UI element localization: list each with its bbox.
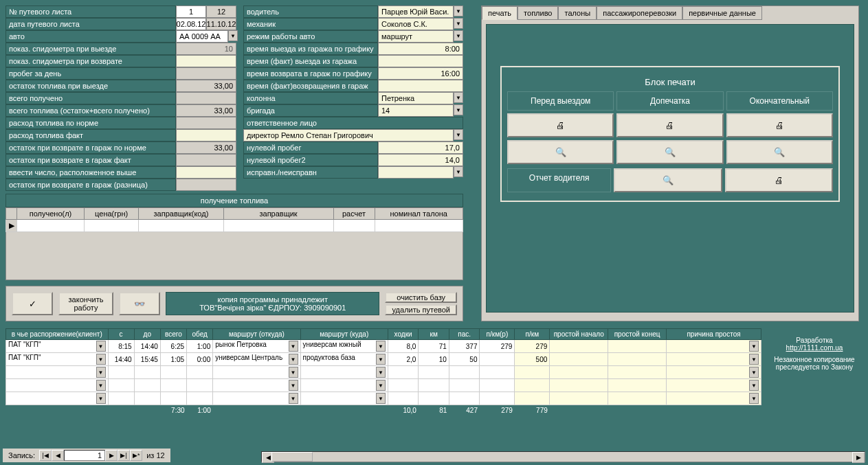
- search-icon: 🔍: [774, 147, 785, 157]
- bottom-row-1[interactable]: ПАТ "КГП"▼ 8:15 14:40 6:25 1:00 рынок Пе…: [6, 340, 761, 353]
- col-polucheno: получено(л): [17, 208, 85, 220]
- poluch: [176, 92, 236, 104]
- out-fact[interactable]: [378, 55, 463, 67]
- preview-btn-3[interactable]: 🔍: [726, 140, 833, 164]
- label-spido-in: показ. спидометра при возврате: [5, 55, 176, 67]
- report-preview-btn[interactable]: 🔍: [614, 168, 722, 192]
- scroll-right[interactable]: ▶: [852, 452, 865, 463]
- nav-new[interactable]: ▶*: [130, 450, 142, 461]
- chevron-down-icon[interactable]: ▼: [454, 104, 463, 115]
- fuel-row-empty[interactable]: ▶: [6, 220, 463, 232]
- chevron-down-icon[interactable]: ▼: [228, 30, 238, 41]
- print-btn-1[interactable]: 🖨: [507, 113, 614, 137]
- bh-pas: пас.: [449, 329, 480, 340]
- preview-btn-1[interactable]: 🔍: [507, 140, 614, 164]
- bh-to: до: [134, 329, 160, 340]
- right-tabs: печать топливо талоны пассажироперевозки…: [481, 5, 859, 321]
- vvesti[interactable]: [176, 166, 236, 179]
- label-ost-norma: остаток при возврате в гараж по норме: [5, 141, 176, 154]
- bh-from: с: [108, 329, 134, 340]
- nav-label: Запись:: [4, 451, 39, 460]
- delete-button[interactable]: удалить путевой: [385, 304, 457, 315]
- num2: 12: [206, 5, 236, 18]
- tab-content: Блок печати Перед выездом Допечатка Окон…: [486, 24, 854, 313]
- chevron-down-icon[interactable]: ▼: [454, 18, 463, 29]
- kolonna-combo[interactable]: Петренка: [378, 92, 454, 104]
- search-button[interactable]: 👓: [119, 292, 160, 315]
- mechanic-combo[interactable]: Соколов С.К.: [378, 18, 454, 30]
- report-print-btn[interactable]: 🖨: [725, 168, 833, 192]
- label-mode: режим работы авто: [243, 30, 378, 43]
- nav-first[interactable]: |◀: [39, 450, 52, 461]
- bh-pe: простой конец: [608, 329, 667, 340]
- auto-combo[interactable]: АА 0009 АА: [176, 30, 228, 43]
- nav-prev[interactable]: ◀: [52, 450, 64, 461]
- label-in-fact: время (факт)возвращения в гараж: [243, 80, 378, 92]
- bottom-row-empty3[interactable]: ▼ ▼ ▼ ▼: [6, 392, 761, 405]
- chevron-down-icon[interactable]: ▼: [454, 5, 463, 16]
- fakt[interactable]: [176, 129, 236, 141]
- driver-combo[interactable]: Парцев Юрій Васи.: [378, 5, 454, 18]
- in-fact[interactable]: [378, 80, 463, 92]
- credits-warn: Незаконное копирование преследуется по З…: [770, 356, 859, 371]
- tab-pass[interactable]: пассажироперевозки: [597, 6, 682, 20]
- mode-combo[interactable]: маршрут: [378, 30, 454, 43]
- clear-db-button[interactable]: очистить базу: [385, 292, 457, 303]
- label-nul1: нулевой пробег: [243, 141, 378, 154]
- chevron-down-icon[interactable]: ▼: [454, 129, 463, 140]
- norma: [176, 117, 236, 129]
- h-scrollbar[interactable]: ◀ ▶: [261, 451, 865, 462]
- fuel-out: 33,00: [176, 80, 236, 92]
- printer-icon: 🖨: [665, 120, 674, 131]
- print-h2: Допечатка: [616, 91, 723, 111]
- label-auto: авто: [5, 30, 176, 43]
- finish-button[interactable]: закончить работу: [58, 292, 113, 315]
- preview-btn-2[interactable]: 🔍: [616, 140, 723, 164]
- spido-in[interactable]: [176, 55, 236, 67]
- binoculars-icon: 👓: [134, 299, 145, 309]
- tab-print[interactable]: печать: [482, 6, 518, 20]
- bottom-row-2[interactable]: ПАТ "КГП"▼ 14:40 15:45 1:05 0:00 универс…: [6, 353, 761, 366]
- chevron-down-icon[interactable]: ▼: [454, 166, 463, 177]
- print-h1: Перед выездом: [507, 91, 614, 111]
- scroll-thumb[interactable]: [271, 452, 313, 462]
- bottom-row-empty[interactable]: ▼ ▼ ▼ ▼: [6, 366, 761, 379]
- credits-link[interactable]: http://1111.com.ua: [786, 344, 843, 352]
- nul2[interactable]: 14,0: [378, 154, 463, 166]
- num1[interactable]: 1: [176, 5, 206, 18]
- label-out-plan: время выезда из гаража по графику: [243, 43, 378, 55]
- label-nul2: нулевой пробег2: [243, 154, 378, 166]
- brigada-combo[interactable]: 14: [378, 104, 454, 117]
- label-total-fuel: всего топлива (остаток+всего получено): [5, 104, 176, 117]
- tab-primary[interactable]: первичные данные: [682, 6, 762, 20]
- out-plan[interactable]: 8:00: [378, 43, 463, 55]
- nav-current[interactable]: [64, 450, 105, 461]
- label-date: дата путевого листа: [5, 18, 176, 30]
- probeg: [176, 67, 236, 80]
- nav-last[interactable]: ▶|: [118, 450, 130, 461]
- confirm-button[interactable]: ✓: [12, 292, 53, 315]
- isprav-combo[interactable]: [378, 166, 454, 179]
- resp-combo[interactable]: директор Ремло Степан Григорович: [243, 129, 454, 141]
- date2: 11.10.12: [206, 18, 236, 30]
- date1[interactable]: 02.08.12: [176, 18, 206, 30]
- nul1[interactable]: 17,0: [378, 141, 463, 154]
- bottom-grid: в чье распоряжение(клиент) с до всего об…: [5, 328, 761, 416]
- print-btn-3[interactable]: 🖨: [726, 113, 833, 137]
- copyright-2: ТОВ"Вечірня зірка" ЄДРПОУ: 3909090901: [199, 304, 346, 312]
- print-btn-2[interactable]: 🖨: [616, 113, 723, 137]
- bh-hodki: ходки: [388, 329, 419, 340]
- print-title: Блок печати: [507, 73, 833, 91]
- chevron-down-icon[interactable]: ▼: [454, 92, 463, 103]
- col-cena: цена(грн): [85, 208, 139, 220]
- total-fuel: 33,00: [176, 104, 236, 117]
- print-h3: Окончательный: [726, 91, 833, 111]
- bottom-row-empty2[interactable]: ▼ ▼ ▼ ▼: [6, 379, 761, 392]
- chevron-down-icon[interactable]: ▼: [454, 30, 463, 41]
- ost-fakt: [176, 154, 236, 166]
- nav-next[interactable]: ▶: [105, 450, 118, 461]
- tab-talony[interactable]: талоны: [558, 6, 597, 20]
- bh-pkmr: п/км(р): [480, 329, 515, 340]
- in-plan[interactable]: 16:00: [378, 67, 463, 80]
- tab-fuel[interactable]: топливо: [518, 6, 558, 20]
